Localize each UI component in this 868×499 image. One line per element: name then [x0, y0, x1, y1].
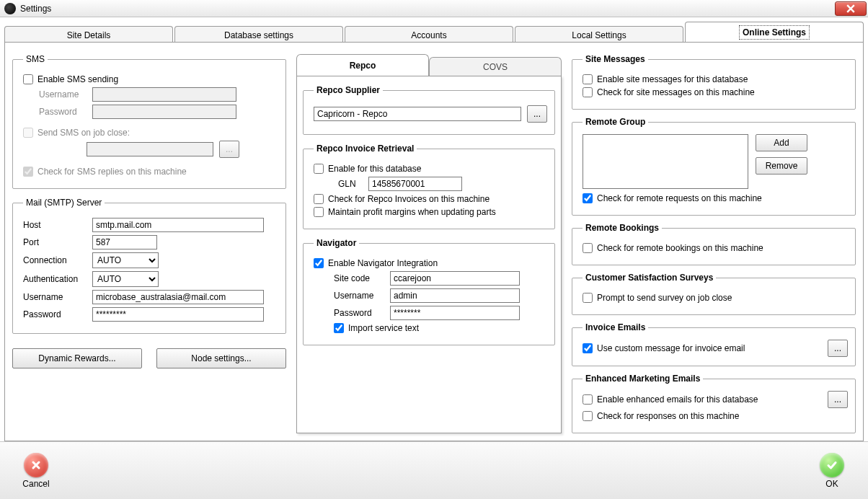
btn-enh-email-edit[interactable]: ...	[828, 391, 848, 408]
legend-surveys: Customer Satisfaction Surveys	[583, 273, 716, 283]
lbl-survey-prompt: Prompt to send survey on job close	[597, 293, 732, 303]
ok-label: OK	[825, 479, 838, 489]
lbl-enable-sms: Enable SMS sending	[37, 74, 118, 84]
lbl-nav-import-text: Import service text	[348, 323, 419, 333]
btn-dynamic-rewards[interactable]: Dynamic Rewards...	[12, 348, 142, 368]
chk-repco-enable-db[interactable]	[314, 164, 324, 174]
tab-site-details[interactable]: Site Details	[4, 26, 173, 43]
legend-remote-group: Remote Group	[583, 117, 648, 127]
input-sms-password[interactable]	[92, 105, 236, 119]
title-bar: Settings	[0, 0, 868, 17]
chk-invoice-custom-msg[interactable]	[583, 343, 593, 353]
lbl-nav-password: Password	[334, 308, 384, 318]
chk-enh-enable[interactable]	[583, 394, 593, 405]
window-title: Settings	[20, 4, 51, 14]
group-site-messages: Site Messages Enable site messages for t…	[572, 54, 856, 110]
legend-enh-emails: Enhanced Marketing Emails	[583, 374, 703, 384]
lbl-nav-sitecode: Site code	[334, 273, 384, 283]
cancel-label: Cancel	[22, 479, 49, 489]
chk-send-sms-job-close	[23, 128, 33, 138]
chk-remote-requests[interactable]	[583, 193, 593, 203]
inner-tab-strip: Repco COVS	[296, 54, 562, 76]
lbl-invoice-custom-msg: Use custom message for invoice email	[597, 343, 745, 353]
group-repco-invoice: Repco Invoice Retrieval Enable for this …	[303, 143, 555, 229]
listbox-remote-group[interactable]	[583, 134, 748, 189]
lbl-maintain-margins: Maintain profit margins when updating pa…	[328, 207, 496, 217]
tab-repco[interactable]: Repco	[296, 54, 429, 76]
cancel-icon	[24, 453, 48, 477]
chk-survey-prompt[interactable]	[583, 293, 593, 303]
app-icon	[4, 3, 16, 14]
legend-remote-bookings: Remote Bookings	[583, 223, 662, 233]
input-gln[interactable]	[368, 177, 462, 191]
lbl-sms-username: Username	[39, 89, 87, 100]
lbl-remote-requests: Check for remote requests on this machin…	[597, 193, 762, 203]
legend-repco-supplier: Repco Supplier	[314, 85, 383, 95]
chk-remote-bookings[interactable]	[583, 243, 593, 253]
btn-node-settings[interactable]: Node settings...	[156, 348, 286, 368]
lbl-mail-username: Username	[23, 292, 87, 302]
chk-maintain-margins[interactable]	[314, 207, 324, 217]
input-sms-username[interactable]	[92, 87, 236, 102]
input-mail-username[interactable]	[92, 290, 264, 304]
lbl-enh-check-responses: Check for responses on this machine	[597, 411, 739, 421]
lbl-mail-connection: Connection	[23, 255, 87, 265]
btn-sms-template-browse: ...	[219, 141, 239, 158]
tab-local-settings[interactable]: Local Settings	[515, 26, 683, 43]
lbl-check-repco-invoices: Check for Repco Invoices on this machine	[328, 194, 490, 204]
select-mail-connection[interactable]: AUTO	[92, 252, 159, 268]
dialog-footer: Cancel OK	[0, 441, 868, 499]
group-remote-bookings: Remote Bookings Check for remote booking…	[572, 223, 856, 265]
tab-covs[interactable]: COVS	[429, 57, 562, 76]
chk-nav-import-text[interactable]	[334, 323, 344, 333]
tab-online-settings[interactable]: Online Settings	[685, 22, 864, 42]
input-mail-port[interactable]	[92, 235, 157, 250]
lbl-gln: GLN	[338, 179, 363, 189]
input-nav-username[interactable]	[390, 288, 520, 303]
ok-button[interactable]: OK	[810, 453, 854, 489]
legend-mail: Mail (SMTP) Server	[23, 198, 105, 208]
cancel-button[interactable]: Cancel	[14, 453, 58, 489]
group-mail-smtp: Mail (SMTP) Server Host Port ConnectionA…	[12, 198, 286, 334]
group-invoice-emails: Invoice Emails Use custom message for in…	[572, 322, 856, 366]
input-nav-password[interactable]	[390, 306, 520, 320]
tab-page-online-settings: SMS Enable SMS sending Username Password…	[4, 42, 864, 441]
ok-icon	[820, 453, 844, 477]
btn-repco-supplier-browse[interactable]: ...	[527, 105, 547, 123]
btn-invoice-email-edit[interactable]: ...	[828, 340, 848, 357]
chk-check-repco-invoices[interactable]	[314, 194, 324, 204]
chk-sitemsg-enable[interactable]	[583, 74, 593, 84]
input-mail-password[interactable]	[92, 307, 264, 322]
lbl-check-sms-replies: Check for SMS replies on this machine	[37, 167, 187, 177]
window-close-button[interactable]	[835, 1, 867, 16]
group-navigator: Navigator Enable Navigator Integration S…	[303, 238, 555, 345]
chk-check-sms-replies	[23, 167, 33, 177]
chk-enable-sms[interactable]	[23, 74, 33, 84]
lbl-mail-password: Password	[23, 309, 87, 319]
legend-navigator: Navigator	[314, 238, 359, 248]
group-repco-supplier: Repco Supplier ...	[303, 85, 555, 135]
input-sms-job-close-template	[87, 142, 213, 156]
lbl-enh-enable: Enable enhanced emails for this database	[597, 394, 758, 405]
legend-site-messages: Site Messages	[583, 54, 648, 64]
btn-remote-add[interactable]: Add	[756, 134, 807, 151]
lbl-nav-enable: Enable Navigator Integration	[328, 258, 438, 268]
select-mail-auth[interactable]: AUTO	[92, 271, 159, 287]
tab-accounts[interactable]: Accounts	[345, 26, 513, 43]
chk-nav-enable[interactable]	[314, 258, 324, 268]
input-mail-host[interactable]	[92, 218, 264, 232]
lbl-send-sms-job-close: Send SMS on job close:	[37, 128, 130, 138]
lbl-sitemsg-check: Check for site messages on this machine	[597, 87, 755, 97]
lbl-remote-bookings: Check for remote bookings on this machin…	[597, 243, 763, 253]
input-repco-supplier[interactable]	[314, 107, 521, 121]
group-remote-group: Remote Group Add Remove Check for remote…	[572, 117, 856, 216]
chk-enh-check-responses[interactable]	[583, 411, 593, 421]
group-surveys: Customer Satisfaction Surveys Prompt to …	[572, 273, 856, 315]
tab-database-settings[interactable]: Database settings	[174, 26, 343, 43]
group-sms: SMS Enable SMS sending Username Password…	[12, 54, 286, 189]
lbl-repco-enable-db: Enable for this database	[328, 164, 421, 174]
lbl-mail-auth: Authentication	[23, 274, 87, 284]
chk-sitemsg-check[interactable]	[583, 87, 593, 97]
btn-remote-remove[interactable]: Remove	[756, 157, 807, 175]
input-nav-sitecode[interactable]	[390, 271, 520, 286]
